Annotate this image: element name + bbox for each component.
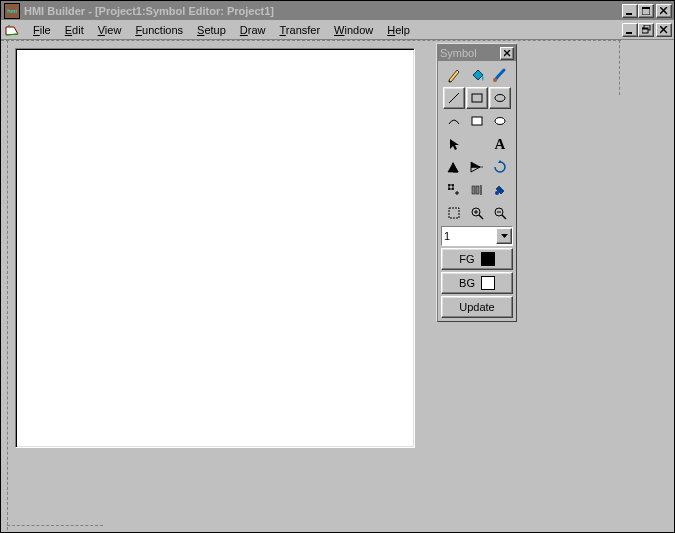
menu-setup[interactable]: Setup (191, 22, 232, 38)
svg-rect-26 (476, 186, 479, 194)
fg-swatch (481, 252, 495, 266)
menu-draw[interactable]: Draw (234, 22, 272, 38)
svg-point-24 (452, 188, 454, 190)
menu-bar: File Edit View Functions Setup Draw Tran… (1, 20, 674, 40)
svg-point-19 (495, 118, 505, 125)
menu-transfer[interactable]: Transfer (274, 22, 327, 38)
tool-filled-rect[interactable] (466, 110, 488, 132)
bg-color-button[interactable]: BG (441, 272, 513, 294)
tool-filled-ellipse[interactable] (489, 110, 511, 132)
palette-close-button[interactable] (500, 47, 514, 60)
fg-color-button[interactable]: FG (441, 248, 513, 270)
maximize-button[interactable] (638, 4, 654, 18)
svg-point-28 (495, 191, 499, 195)
update-label: Update (459, 301, 494, 313)
fg-label: FG (459, 253, 474, 265)
tool-text[interactable]: A (489, 133, 511, 155)
tool-mirror-v[interactable] (466, 156, 488, 178)
svg-point-21 (448, 184, 450, 186)
minimize-button[interactable] (622, 4, 638, 18)
app-window: hmi HMI Builder - [Project1:Symbol Edito… (0, 0, 675, 533)
tool-arc[interactable] (443, 110, 465, 132)
svg-rect-18 (472, 117, 482, 125)
svg-rect-0 (626, 13, 632, 15)
mdi-child-controls (622, 23, 672, 37)
tool-rotate[interactable] (489, 156, 511, 178)
document-icon[interactable] (3, 22, 21, 38)
svg-point-17 (495, 95, 505, 102)
menu-functions[interactable]: Functions (129, 22, 189, 38)
mdi-minimize-button[interactable] (622, 23, 638, 37)
svg-line-15 (449, 93, 459, 103)
zoom-dropdown-button[interactable] (496, 228, 512, 244)
ruler-left (7, 40, 9, 530)
svg-rect-6 (626, 32, 632, 34)
zoom-input[interactable] (442, 230, 496, 242)
svg-rect-9 (642, 28, 648, 30)
tool-pointer[interactable] (443, 133, 465, 155)
tool-pencil[interactable] (443, 64, 465, 86)
close-button[interactable] (656, 4, 672, 18)
mdi-close-button[interactable] (656, 23, 672, 37)
ruler-bottom (7, 525, 103, 527)
svg-rect-29 (449, 208, 459, 218)
svg-point-22 (452, 184, 454, 186)
bg-label: BG (459, 277, 475, 289)
tool-brush[interactable] (489, 64, 511, 86)
mdi-client-area: Symbol (1, 40, 674, 532)
svg-rect-2 (642, 7, 650, 9)
svg-line-35 (502, 215, 506, 219)
palette-title-bar[interactable]: Symbol (438, 45, 516, 61)
title-bar: hmi HMI Builder - [Project1:Symbol Edito… (1, 1, 674, 20)
tool-zoom-in[interactable] (466, 202, 488, 224)
zoom-combo[interactable] (441, 226, 513, 246)
menu-edit[interactable]: Edit (59, 22, 90, 38)
svg-line-31 (479, 215, 483, 219)
update-button[interactable]: Update (441, 296, 513, 318)
menu-window[interactable]: Window (328, 22, 379, 38)
palette-title-text: Symbol (440, 47, 500, 59)
tool-align[interactable] (466, 179, 488, 201)
svg-rect-25 (472, 186, 475, 194)
tool-zoom-out[interactable] (489, 202, 511, 224)
ruler-right (619, 40, 621, 95)
svg-point-23 (448, 188, 450, 190)
symbol-canvas[interactable] (15, 48, 415, 448)
window-controls (622, 4, 672, 18)
tool-mirror-h[interactable] (443, 156, 465, 178)
svg-rect-16 (472, 94, 482, 102)
ruler-top (1, 40, 621, 42)
tool-color-swap[interactable] (489, 179, 511, 201)
app-icon: hmi (4, 3, 20, 19)
tool-blank (466, 133, 488, 155)
symbol-palette: Symbol (437, 44, 517, 322)
tool-line[interactable] (443, 87, 465, 109)
tool-select-area[interactable] (443, 202, 465, 224)
tool-snap-grid[interactable] (443, 179, 465, 201)
menu-view[interactable]: View (92, 22, 128, 38)
tool-ellipse[interactable] (489, 87, 511, 109)
bg-swatch (481, 276, 495, 290)
tool-paint-bucket[interactable] (466, 64, 488, 86)
window-title: HMI Builder - [Project1:Symbol Editor: P… (24, 5, 274, 17)
tool-grid: A (441, 64, 513, 224)
tool-rectangle[interactable] (466, 87, 488, 109)
mdi-restore-button[interactable] (638, 23, 654, 37)
menu-file[interactable]: File (27, 22, 57, 38)
svg-point-5 (8, 25, 10, 27)
svg-point-14 (493, 78, 497, 82)
menu-help[interactable]: Help (381, 22, 416, 38)
